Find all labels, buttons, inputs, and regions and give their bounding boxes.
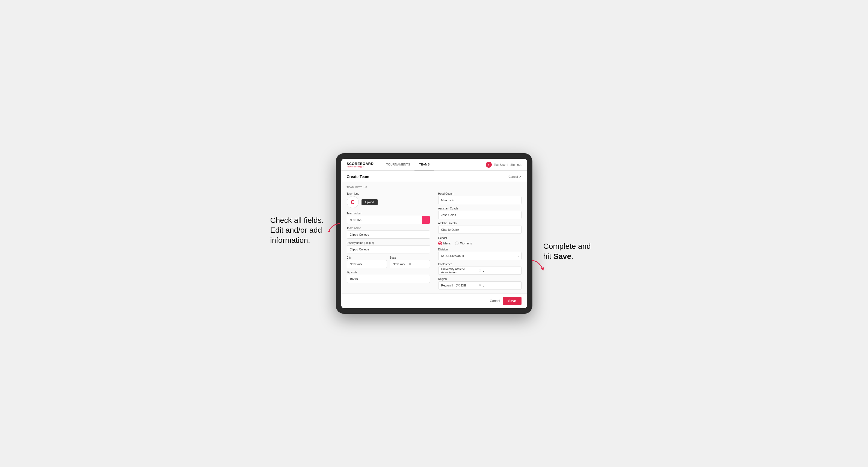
- state-select[interactable]: New York ✕ ⌄: [390, 260, 430, 268]
- city-group: City: [347, 256, 387, 268]
- athletic-dir-label: Athletic Director: [438, 222, 522, 225]
- tablet-screen: SCOREBOARD Powered by clippd TOURNAMENTS…: [341, 159, 527, 308]
- asst-coach-label: Assistant Coach: [438, 207, 522, 210]
- annotation-left: Check all fields. Edit and/or add inform…: [270, 216, 330, 245]
- color-swatch[interactable]: [422, 216, 430, 224]
- app-navbar: SCOREBOARD Powered by clippd TOURNAMENTS…: [341, 159, 527, 171]
- division-label: Division: [438, 248, 522, 251]
- state-chevron-icon: ⌄: [412, 262, 428, 266]
- division-group: Division NCAA Division III ⌄: [438, 248, 522, 260]
- modal-cancel-header-button[interactable]: Cancel ✕: [508, 175, 521, 179]
- nav-right: T Test User | Sign out: [486, 162, 522, 168]
- region-select[interactable]: Region II - (M) DIII ✕ ⌄: [438, 281, 522, 289]
- team-logo-label: Team logo: [347, 192, 430, 195]
- brand-sub: Powered by clippd: [347, 166, 374, 168]
- athletic-dir-group: Athletic Director: [438, 222, 522, 234]
- state-clear-button[interactable]: ✕: [408, 262, 412, 266]
- region-clear-button[interactable]: ✕: [478, 283, 482, 287]
- modal-body: TEAM DETAILS Team logo C: [341, 182, 527, 293]
- form-grid: Team logo C Upload Team colo: [347, 192, 522, 289]
- close-icon: ✕: [519, 175, 522, 179]
- sign-out-link[interactable]: Sign out: [510, 163, 521, 166]
- division-select[interactable]: NCAA Division III: [438, 252, 522, 260]
- color-input-row: [347, 216, 430, 224]
- arrow-right-icon: [530, 259, 547, 274]
- tab-tournaments[interactable]: TOURNAMENTS: [382, 159, 414, 170]
- display-name-group: Display name (unique): [347, 242, 430, 253]
- gender-radio-group: Mens Womens: [438, 240, 522, 245]
- head-coach-input[interactable]: [438, 196, 522, 204]
- user-avatar: T: [486, 162, 492, 168]
- zip-input[interactable]: [347, 275, 430, 283]
- gender-mens-radio[interactable]: Mens: [438, 242, 451, 245]
- team-logo-group: Team logo C Upload: [347, 192, 430, 209]
- team-name-input[interactable]: [347, 230, 430, 239]
- brand-name: SCOREBOARD: [347, 162, 374, 166]
- womens-label: Womens: [460, 242, 472, 245]
- annotation-right: Complete and hit Save.: [544, 242, 598, 261]
- division-select-wrapper: NCAA Division III ⌄: [438, 252, 522, 260]
- asst-coach-group: Assistant Coach: [438, 207, 522, 219]
- tablet-frame: SCOREBOARD Powered by clippd TOURNAMENTS…: [336, 153, 532, 314]
- arrow-left-icon: [325, 222, 341, 234]
- section-title: TEAM DETAILS: [347, 186, 522, 188]
- region-chevron-icon: ⌄: [482, 284, 519, 287]
- city-state-group: City State New York ✕ ⌄: [347, 256, 430, 268]
- state-label: State: [390, 256, 430, 259]
- svg-marker-0: [328, 229, 330, 232]
- gender-label: Gender: [438, 237, 522, 240]
- conference-group: Conference University Athletic Associati…: [438, 263, 522, 275]
- modal-footer: Cancel Save: [341, 293, 527, 308]
- conference-chevron-icon: ⌄: [482, 269, 519, 273]
- athletic-dir-input[interactable]: [438, 225, 522, 234]
- form-left: Team logo C Upload Team colo: [347, 192, 430, 289]
- logo-area: C Upload: [347, 196, 430, 208]
- upload-button[interactable]: Upload: [362, 199, 378, 206]
- logo-circle: C: [347, 196, 359, 208]
- zip-label: Zip code: [347, 271, 430, 274]
- city-state-row: City State New York ✕ ⌄: [347, 256, 430, 268]
- conference-clear-button[interactable]: ✕: [478, 269, 482, 273]
- brand-logo: SCOREBOARD Powered by clippd: [347, 162, 374, 168]
- region-group: Region Region II - (M) DIII ✕ ⌄: [438, 277, 522, 289]
- asst-coach-input[interactable]: [438, 211, 522, 219]
- mens-label: Mens: [443, 242, 451, 245]
- state-group: State New York ✕ ⌄: [390, 256, 430, 268]
- conference-label: Conference: [438, 263, 522, 266]
- cancel-button[interactable]: Cancel: [490, 299, 500, 303]
- nav-tabs: TOURNAMENTS TEAMS: [382, 159, 434, 170]
- head-coach-label: Head Coach: [438, 192, 522, 195]
- team-colour-group: Team colour: [347, 212, 430, 224]
- modal-header: Create Team Cancel ✕: [341, 171, 527, 182]
- user-label: Test User |: [494, 163, 508, 166]
- region-label: Region: [438, 277, 522, 280]
- city-label: City: [347, 256, 387, 259]
- svg-marker-1: [540, 268, 544, 271]
- city-input[interactable]: [347, 260, 387, 268]
- team-name-group: Team name: [347, 227, 430, 239]
- conference-select[interactable]: University Athletic Association ✕ ⌄: [438, 267, 522, 275]
- team-name-label: Team name: [347, 227, 430, 230]
- zip-group: Zip code: [347, 271, 430, 283]
- head-coach-group: Head Coach: [438, 192, 522, 204]
- save-button[interactable]: Save: [503, 297, 521, 305]
- team-colour-label: Team colour: [347, 212, 430, 215]
- form-right: Head Coach Assistant Coach Athletic Dire…: [438, 192, 522, 289]
- tab-teams[interactable]: TEAMS: [414, 159, 434, 170]
- womens-radio-dot: [455, 242, 459, 245]
- team-colour-input[interactable]: [347, 216, 422, 224]
- gender-group: Gender Mens Womens: [438, 237, 522, 245]
- modal-title: Create Team: [347, 175, 369, 179]
- display-name-label: Display name (unique): [347, 242, 430, 244]
- gender-womens-radio[interactable]: Womens: [455, 242, 472, 245]
- display-name-input[interactable]: [347, 245, 430, 253]
- modal-overlay: Create Team Cancel ✕ TEAM DETAILS Team l: [341, 171, 527, 308]
- mens-radio-dot: [438, 242, 442, 245]
